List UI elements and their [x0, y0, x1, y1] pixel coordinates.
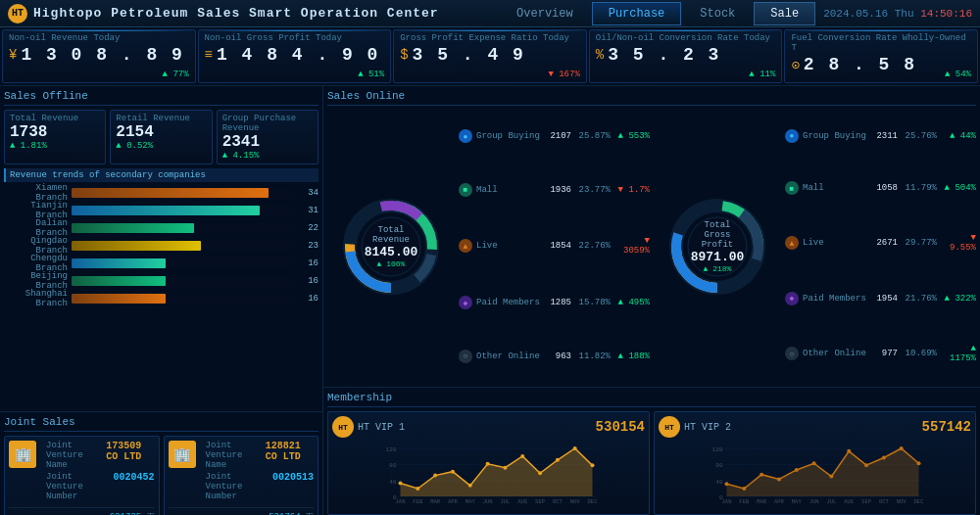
metrics-row: Non-oil Revenue Today ¥ 1 3 0 8 . 8 9 ▲ …: [0, 27, 980, 86]
svg-point-21: [399, 481, 403, 485]
date-display: 2024.05.16 Thu 14:50:16: [823, 8, 972, 20]
rev-card-title-2: Group Purchase Revenue: [222, 114, 313, 133]
sales-online-section: Sales Online Total Revenue 8145.00 ▲ 106…: [323, 86, 980, 388]
svg-text:MAR: MAR: [430, 498, 441, 504]
metric-icon-2: $: [400, 47, 408, 63]
metric-title-1: Non-oil Gross Profit Today: [205, 33, 385, 43]
rev-card-title-1: Retail Revenue: [116, 114, 206, 123]
stat-num: 2671: [870, 238, 898, 248]
metric-value-4: 2 8 . 5 8: [804, 55, 916, 74]
svg-point-37: [538, 471, 542, 475]
vip-title: HT VIP 2: [684, 422, 731, 433]
metric-value-row-1: ≡ 1 4 8 4 . 9 0: [205, 45, 385, 65]
stat-icon: ◆: [785, 292, 799, 305]
stat-row: ◆ Paid Members 1954 21.76% ▲ 322%: [785, 292, 976, 305]
stat-icon: ●: [459, 129, 472, 143]
stat-name: Group Buying: [476, 131, 540, 141]
branch-name: Beijing Branch: [4, 271, 68, 291]
branch-row: Dalian Branch 22: [4, 220, 318, 236]
joint-sales-title: Joint Sales: [4, 416, 318, 432]
branch-value: 31: [299, 206, 318, 215]
branch-bar-container: [72, 223, 295, 233]
svg-text:JUL: JUL: [500, 498, 510, 504]
stat-pct: 21.76%: [902, 294, 937, 304]
tab-purchase[interactable]: Purchase: [592, 2, 682, 25]
tab-stock[interactable]: Stock: [683, 2, 752, 25]
svg-text:JUN: JUN: [809, 498, 819, 504]
stat-pct: 11.82%: [575, 351, 611, 361]
stat-num: 963: [544, 351, 571, 361]
tab-overview[interactable]: Overview: [500, 2, 590, 25]
svg-text:40: 40: [715, 479, 723, 486]
metric-icon-1: ≡: [205, 47, 213, 63]
donut-wrap-1: Total Revenue 8145.00 ▲ 106%: [337, 193, 445, 301]
svg-text:NOV: NOV: [570, 498, 581, 504]
branch-header: Revenue trends of secondary companies: [4, 168, 318, 182]
stat-name: Other Online: [476, 351, 540, 361]
metric-card-0: Non-oil Revenue Today ¥ 1 3 0 8 . 8 9 ▲ …: [2, 29, 196, 83]
stat-name: Other Online: [803, 349, 866, 358]
stat-name: Group Buying: [803, 131, 866, 141]
joint-revenue-val: 621735 万元: [106, 511, 155, 515]
stat-change: ▲ 553%: [614, 131, 650, 141]
joint-sales-section: Joint Sales 🏢 Joint Venture Name 173509 …: [0, 412, 322, 515]
stat-row: ■ Mall 1936 23.77% ▼ 1.7%: [459, 183, 650, 197]
stat-row: ● Group Buying 2107 25.87% ▲ 553%: [459, 129, 650, 143]
joint-card: 🏢 Joint Venture Name 128821 CO LTD Joint…: [164, 436, 319, 515]
branch-bar: [72, 276, 166, 286]
metric-value-0: 1 3 0 8 . 8 9: [21, 45, 183, 65]
svg-point-27: [451, 470, 455, 474]
top-nav: HT Hightopo Petroleum Sales Smart Operat…: [0, 0, 980, 27]
svg-text:DEC: DEC: [588, 498, 599, 504]
branch-bar-container: [72, 258, 295, 268]
vip-header: HT HT VIP 1 530154: [332, 416, 645, 438]
rev-card-title-0: Total Revenue: [10, 114, 100, 123]
branch-bar-container: [72, 188, 295, 198]
membership-section: Membership HT HT VIP 1 530154 12080400JA…: [323, 388, 980, 515]
joint-icon: 🏢: [9, 441, 36, 468]
sales-offline-title: Sales Offline: [4, 90, 318, 106]
metric-title-0: Non-oil Revenue Today: [9, 33, 189, 43]
stat-row: ○ Other Online 963 11.82% ▲ 188%: [459, 350, 650, 363]
metric-title-2: Gross Profit Expense Ratio Today: [400, 33, 580, 43]
rev-card-group: Group Purchase Revenue 2341 ▲ 4.15%: [217, 110, 318, 164]
joint-card: 🏢 Joint Venture Name 173509 CO LTD Joint…: [4, 436, 160, 515]
svg-point-63: [812, 461, 816, 465]
metric-title-3: Oil/Non-oil Conversion Rate Today: [596, 33, 776, 43]
metric-change-4: ▲ 54%: [945, 70, 971, 79]
branch-bar-container: [72, 294, 295, 304]
online-content: Total Revenue 8145.00 ▲ 106% ● Group Buy…: [327, 110, 976, 383]
stat-pct: 11.79%: [902, 183, 937, 193]
joint-number-label: Joint Venture Number: [46, 472, 113, 501]
tab-sale[interactable]: Sale: [754, 2, 815, 25]
stat-icon: ■: [785, 181, 799, 195]
branch-row: Qingdao Branch 23: [4, 238, 318, 254]
stat-icon: ■: [459, 183, 472, 197]
membership-title: Membership: [327, 392, 976, 407]
stat-name: Mall: [476, 185, 540, 195]
branch-bar: [72, 294, 166, 304]
rev-card-value-1: 2154: [116, 123, 206, 141]
svg-text:FEB: FEB: [413, 498, 423, 504]
svg-text:80: 80: [389, 462, 397, 469]
revenue-cards: Total Revenue 1738 ▲ 1.81% Retail Revenu…: [4, 110, 318, 164]
metric-change-0: ▲ 77%: [163, 70, 189, 79]
metric-change-1: ▲ 51%: [358, 70, 384, 79]
donut-value-1: 8145.00: [365, 245, 418, 259]
metric-icon-3: %: [596, 47, 604, 63]
svg-text:DEC: DEC: [914, 498, 925, 504]
branch-row: Tianjin Branch 31: [4, 203, 318, 218]
stat-change: ▲ 44%: [941, 131, 976, 141]
branch-bar-container: [72, 206, 295, 215]
stat-name: Paid Members: [803, 294, 866, 304]
stat-row: ○ Other Online 977 10.69% ▲ 1175%: [785, 344, 976, 363]
svg-point-31: [486, 462, 490, 466]
stat-pct: 15.78%: [575, 298, 611, 307]
vip-card: HT HT VIP 1 530154 12080400JANFEBMARAPRM…: [327, 411, 650, 515]
branch-value: 16: [299, 294, 318, 304]
branch-value: 23: [299, 241, 318, 251]
stat-icon: ▲: [785, 236, 799, 250]
svg-point-29: [468, 484, 472, 488]
rev-card-change-2: ▲ 4.15%: [222, 151, 313, 161]
rev-card-total: Total Revenue 1738 ▲ 1.81%: [4, 110, 106, 164]
